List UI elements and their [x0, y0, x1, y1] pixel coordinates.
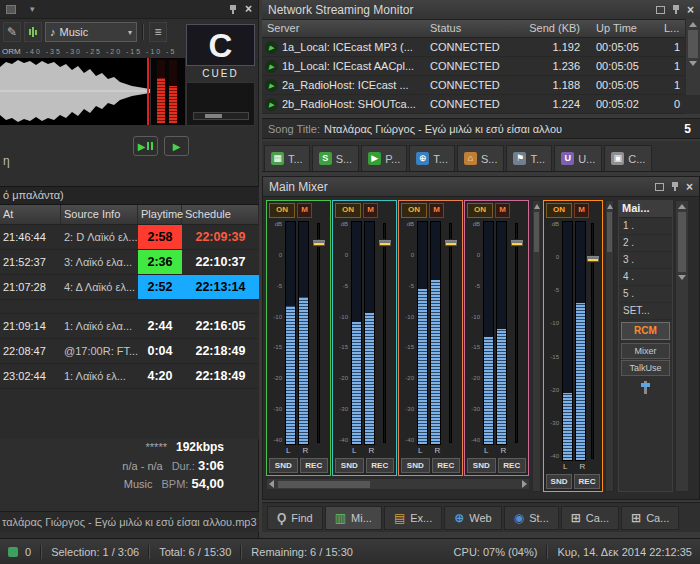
category-select[interactable]: ♪ Music ▾ — [45, 22, 137, 42]
volume-fader[interactable] — [309, 221, 328, 445]
mute-button[interactable]: M — [495, 203, 510, 218]
close-icon[interactable]: × — [686, 182, 693, 192]
dock-tab[interactable]: ⊕ Web — [444, 506, 501, 530]
eq-icon[interactable] — [24, 22, 42, 42]
chevron-down-icon[interactable]: ▾ — [30, 4, 35, 14]
restore-icon[interactable] — [656, 6, 665, 14]
volume-fader[interactable] — [586, 221, 600, 461]
close-icon[interactable]: × — [687, 5, 694, 15]
pin-icon[interactable] — [671, 181, 679, 192]
fader-handle[interactable] — [586, 255, 600, 263]
side-panel-tab[interactable]: TalkUse — [621, 360, 670, 376]
column-header-schedule[interactable]: Schedule — [182, 205, 259, 224]
edit-icon[interactable]: ✎ — [3, 22, 21, 42]
playlist-row[interactable]: 23:02:44 1: Λαϊκό ελ... 4:20 22:18:49 — [0, 364, 259, 389]
pin-icon[interactable] — [672, 4, 680, 15]
playlist-row[interactable]: 21:09:14 1: Λαϊκό ελα... 2:44 22:16:05 — [0, 314, 259, 339]
dock-tab[interactable]: ▣ C... — [604, 145, 652, 171]
scroll-thumb[interactable] — [678, 212, 686, 272]
scroll-up-icon[interactable] — [534, 204, 540, 209]
scroll-left-icon[interactable] — [269, 480, 274, 488]
rec-button[interactable]: REC — [300, 458, 329, 473]
playlist-row[interactable]: 21:46:44 2: D Λαϊκό ελ... 2:58 22:09:39 — [0, 225, 259, 250]
scrollbar-vertical[interactable] — [675, 200, 689, 492]
dock-tab[interactable]: ⚑ T... — [506, 145, 552, 171]
stream-row[interactable]: ▶2b_RadioHost: SHOUTca... CONNECTED 1.22… — [262, 95, 685, 114]
column-header-server[interactable]: Server — [262, 20, 430, 37]
preset-item[interactable]: 2 . — [619, 235, 672, 252]
preset-item[interactable]: 4 . — [619, 269, 672, 286]
dock-tab[interactable]: ▥ Mi... — [325, 506, 382, 530]
dock-tab[interactable]: ⊞ Ca... — [621, 506, 679, 530]
scroll-down-icon[interactable] — [689, 61, 697, 66]
playlist-row[interactable]: 21:52:37 3: Λαϊκό ελα... 2:36 22:10:37 — [0, 250, 259, 275]
waveform-display[interactable] — [0, 58, 150, 125]
scroll-thumb[interactable] — [278, 481, 370, 488]
snd-button[interactable]: SND — [269, 458, 298, 473]
scrollbar-horizontal[interactable] — [266, 478, 530, 490]
play-button[interactable]: ▶ — [164, 136, 189, 156]
settings-item[interactable]: SET... — [619, 303, 672, 320]
scroll-up-icon[interactable] — [607, 204, 613, 209]
preset-item[interactable]: 1 . — [619, 218, 672, 235]
volume-fader[interactable] — [507, 221, 526, 445]
scroll-up-icon[interactable] — [689, 22, 697, 27]
playlist-row[interactable]: 21:07:28 4: Δ Λαϊκό ελ... 2:52 22:13:14 — [0, 275, 259, 300]
fader-handle[interactable] — [510, 239, 524, 247]
preset-item[interactable]: 5 . — [619, 286, 672, 303]
rcm-button[interactable]: RCM — [621, 322, 670, 340]
scroll-thumb[interactable] — [688, 30, 698, 58]
channel-on-button[interactable]: ON — [401, 203, 427, 218]
mute-button[interactable]: M — [574, 203, 589, 218]
scrollbar-vertical[interactable] — [685, 19, 700, 95]
mute-button[interactable]: M — [363, 203, 378, 218]
column-header-at[interactable]: At — [0, 205, 61, 224]
dock-tab[interactable]: ▤ Ex... — [384, 506, 442, 530]
scroll-thumb[interactable] — [607, 212, 612, 252]
zoom-slider-thumb[interactable] — [205, 114, 222, 118]
column-header-source[interactable]: Source Info — [61, 205, 138, 224]
preset-item[interactable]: 3 . — [619, 252, 672, 269]
side-panel-tab[interactable]: Mixer — [621, 343, 670, 359]
scrollbar-vertical-slim[interactable] — [605, 200, 614, 492]
dock-tab[interactable]: ⊞ Ca... — [561, 506, 619, 530]
dock-tab[interactable]: Ϙ Find — [267, 506, 323, 530]
rec-button[interactable]: REC — [498, 458, 527, 473]
rec-button[interactable]: REC — [366, 458, 395, 473]
dock-tab[interactable]: ⌂ S... — [457, 145, 505, 171]
fader-handle[interactable] — [378, 239, 392, 247]
scrollbar-vertical-slim[interactable] — [532, 200, 541, 492]
snd-button[interactable]: SND — [335, 458, 364, 473]
dock-tab[interactable]: S S... — [312, 145, 360, 171]
scroll-down-icon[interactable] — [678, 275, 686, 280]
channel-on-button[interactable]: ON — [546, 203, 572, 218]
dock-tab[interactable]: ▦ T... — [264, 145, 310, 171]
channel-on-button[interactable]: ON — [335, 203, 361, 218]
dock-tab[interactable]: ◉ St... — [504, 506, 559, 530]
mute-button[interactable]: M — [429, 203, 444, 218]
playlist-row[interactable]: 22:08:47 @17:00R: FT... 0:04 22:18:49 — [0, 339, 259, 364]
snd-button[interactable]: SND — [546, 474, 572, 489]
column-header-uptime[interactable]: Up Time — [592, 20, 660, 37]
pin-icon[interactable] — [229, 4, 237, 15]
stream-row[interactable]: ▶1b_Local: ICEcast AACpl... CONNECTED 1.… — [262, 57, 685, 76]
dock-tab[interactable]: U U... — [554, 145, 602, 171]
restore-icon[interactable] — [655, 183, 664, 191]
column-header-status[interactable]: Status — [430, 20, 522, 37]
list-icon[interactable]: ≡ — [149, 22, 167, 42]
snd-button[interactable]: SND — [401, 458, 430, 473]
scroll-up-icon[interactable] — [678, 204, 686, 209]
fader-handle[interactable] — [444, 239, 458, 247]
dock-tab[interactable]: ▶ P... — [361, 145, 407, 171]
play-pause-button[interactable]: ▶ — [133, 136, 158, 156]
volume-fader[interactable] — [375, 221, 394, 445]
stream-row[interactable]: ▶2a_RadioHost: ICEcast ... CONNECTED 1.1… — [262, 76, 685, 95]
volume-fader[interactable] — [441, 221, 460, 445]
scroll-right-icon[interactable] — [522, 480, 527, 488]
channel-on-button[interactable]: ON — [467, 203, 493, 218]
column-header-playtime[interactable]: Playtime — [138, 205, 182, 224]
stream-row[interactable]: ▶1a_Local: ICEcast MP3 (... CONNECTED 1.… — [262, 38, 685, 57]
channel-on-button[interactable]: ON — [269, 203, 295, 218]
mute-button[interactable]: M — [297, 203, 312, 218]
rec-button[interactable]: REC — [432, 458, 461, 473]
